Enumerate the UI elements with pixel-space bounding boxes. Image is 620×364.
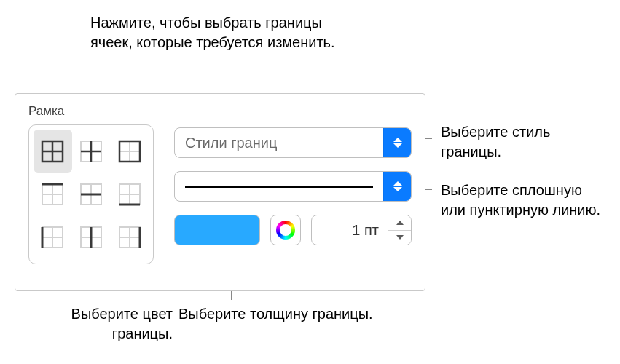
chevron-down-icon bbox=[396, 235, 404, 240]
border-color-well[interactable] bbox=[174, 215, 260, 245]
popup-button-icon bbox=[383, 128, 411, 157]
panel-title: Рамка bbox=[28, 104, 412, 119]
border-panel: Рамка bbox=[15, 93, 425, 291]
popup-button-icon bbox=[383, 172, 411, 201]
callout-border-color: Выберите цвет границы. bbox=[49, 304, 173, 344]
border-styles-popup[interactable]: Стили границ bbox=[174, 127, 412, 158]
callout-select-borders: Нажмите, чтобы выбрать границы ячеек, ко… bbox=[90, 13, 345, 52]
color-wheel-icon bbox=[276, 221, 295, 240]
stepper-up[interactable] bbox=[388, 215, 411, 230]
callout-border-style: Выберите стиль границы. bbox=[441, 122, 608, 162]
stepper-buttons bbox=[388, 215, 411, 245]
callout-border-width: Выберите толщину границы. bbox=[178, 304, 382, 324]
border-selection-grid bbox=[28, 124, 154, 264]
border-width-stepper[interactable]: 1 пт bbox=[311, 215, 412, 245]
callout-line-type: Выберите сплошную или пунктирную линию. bbox=[441, 181, 608, 220]
border-inside-icon bbox=[78, 138, 104, 165]
border-vertical[interactable] bbox=[72, 216, 111, 259]
border-all[interactable] bbox=[34, 130, 72, 173]
color-and-width-row: 1 пт bbox=[174, 215, 412, 245]
border-bottom-icon bbox=[117, 181, 143, 207]
chevron-up-icon bbox=[396, 221, 404, 225]
border-styles-label: Стили границ bbox=[175, 128, 383, 157]
border-horizontal-icon bbox=[78, 181, 104, 207]
border-horizontal[interactable] bbox=[72, 173, 111, 215]
border-inside[interactable] bbox=[72, 130, 111, 173]
border-outside[interactable] bbox=[110, 130, 149, 173]
border-vertical-icon bbox=[78, 224, 104, 250]
line-sample-solid bbox=[175, 172, 383, 201]
stepper-down[interactable] bbox=[388, 230, 411, 245]
border-outside-icon bbox=[117, 138, 143, 165]
border-left-icon bbox=[39, 224, 66, 250]
border-bottom[interactable] bbox=[110, 173, 149, 215]
solid-line-icon bbox=[185, 186, 373, 188]
color-wheel-button[interactable] bbox=[270, 215, 301, 245]
panel-body: Стили границ bbox=[28, 124, 412, 264]
border-width-value: 1 пт bbox=[312, 215, 388, 245]
border-top-icon bbox=[39, 181, 66, 207]
border-all-icon bbox=[39, 138, 66, 165]
border-right-icon bbox=[117, 224, 143, 250]
border-line-type-popup[interactable] bbox=[174, 171, 412, 202]
border-right[interactable] bbox=[110, 216, 149, 259]
border-top[interactable] bbox=[34, 173, 72, 215]
right-controls: Стили границ bbox=[174, 124, 412, 264]
border-left[interactable] bbox=[34, 216, 72, 259]
